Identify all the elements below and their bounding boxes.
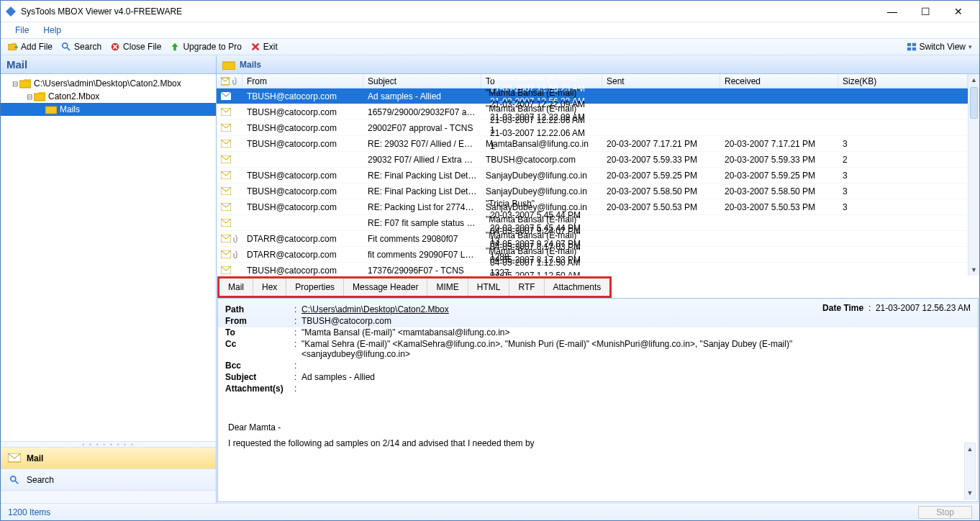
tab-attachments[interactable]: Attachments xyxy=(545,278,610,296)
tree-child1-label: Caton2.Mbox xyxy=(48,91,99,101)
detail-scrollbar[interactable]: ▲ ▼ xyxy=(964,443,976,499)
cell-subject: RE: Packing List for 27748 S0... xyxy=(363,201,481,214)
close-window-button[interactable]: ✕ xyxy=(942,1,975,22)
bcc-label: Bcc xyxy=(225,361,294,371)
chevron-down-icon: ▾ xyxy=(968,43,972,50)
row-icon xyxy=(217,187,242,195)
row-icon xyxy=(217,108,242,116)
table-row[interactable]: TBUSH@catocorp.comRE: Final Packing List… xyxy=(217,168,968,184)
row-icon xyxy=(217,124,242,132)
cell-received: 20-03-2007 5.59.33 PM xyxy=(720,153,838,166)
svg-line-15 xyxy=(15,480,18,483)
col-sent[interactable]: Sent xyxy=(602,74,720,88)
detail-pane: Path:C:\Users\admin\Desktop\Caton2.Mbox … xyxy=(217,298,979,502)
add-file-label: Add File xyxy=(21,42,53,52)
search-icon xyxy=(8,475,21,485)
tab-mail[interactable]: Mail xyxy=(219,278,253,296)
col-from[interactable]: From xyxy=(242,74,363,88)
tab-message-header[interactable]: Message Header xyxy=(344,278,427,296)
paperclip-icon xyxy=(232,77,237,86)
cell-from: TBUSH@catocorp.com xyxy=(242,122,363,135)
nav-search[interactable]: Search xyxy=(1,468,216,490)
stop-button[interactable]: Stop xyxy=(918,506,972,519)
table-row[interactable]: TBUSH@catocorp.com17376/29096F07 - TCNS"… xyxy=(217,263,968,276)
switch-view-icon xyxy=(907,42,917,52)
tree-child2-selected[interactable]: Mails xyxy=(1,103,216,116)
menu-help[interactable]: Help xyxy=(36,24,68,37)
tree-root[interactable]: ⊟ C:\Users\admin\Desktop\Caton2.Mbox xyxy=(1,77,216,90)
cell-from: TBUSH@catocorp.com xyxy=(242,264,363,276)
maximize-button[interactable]: ☐ xyxy=(909,1,942,22)
close-file-button[interactable]: Close File xyxy=(106,40,165,53)
cell-sent: 04-05-2007 1.12.50 AM xyxy=(486,256,602,269)
add-file-button[interactable]: + Add File xyxy=(4,40,57,53)
collapse-icon[interactable]: ⊟ xyxy=(11,80,19,88)
cell-size: 2 xyxy=(838,153,968,166)
tab-properties[interactable]: Properties xyxy=(286,278,344,296)
cell-size: 3 xyxy=(838,201,968,214)
row-icon xyxy=(217,203,242,211)
scroll-down-icon[interactable]: ▼ xyxy=(968,264,979,276)
row-icon xyxy=(217,266,242,274)
switch-view-label: Switch View xyxy=(920,42,966,52)
bcc-value xyxy=(301,361,822,371)
cell-from: TBUSH@catocorp.com xyxy=(242,90,363,103)
tree-root-label: C:\Users\admin\Desktop\Caton2.Mbox xyxy=(34,78,181,89)
nav-mail[interactable]: Mail xyxy=(1,447,216,468)
from-label: From xyxy=(225,316,294,326)
menu-file[interactable]: File xyxy=(8,24,36,37)
datetime-value: 21-03-2007 12.56.23 AM xyxy=(876,303,971,313)
scroll-up-icon[interactable]: ▲ xyxy=(968,74,979,86)
col-received[interactable]: Received xyxy=(720,74,838,88)
switch-view-button[interactable]: Switch View ▾ xyxy=(902,40,976,53)
nav-mail-label: Mail xyxy=(27,453,43,463)
cell-from xyxy=(242,222,363,225)
tab-mime[interactable]: MIME xyxy=(427,278,468,296)
envelope-icon xyxy=(221,77,230,86)
detail-tabs: Mail Hex Properties Message Header MIME … xyxy=(217,276,612,298)
splitter-gripper[interactable]: • • • • • • • • xyxy=(1,441,216,447)
svg-point-14 xyxy=(11,476,16,481)
to-value: "Mamta Bansal (E-mail)" <mamtabansal@lif… xyxy=(301,327,822,337)
row-icon xyxy=(217,92,242,100)
tab-hex[interactable]: Hex xyxy=(253,278,286,296)
cell-from: TBUSH@catocorp.com xyxy=(242,185,363,198)
col-icon[interactable] xyxy=(217,74,242,88)
minimize-button[interactable]: — xyxy=(876,1,909,22)
cell-from: TBUSH@catocorp.com xyxy=(242,106,363,119)
grid-body: TBUSH@catocorp.comAd samples - Allied"Ma… xyxy=(217,89,968,276)
row-icon xyxy=(217,155,242,163)
right-pane: Mails From Subject To Sent Received Size… xyxy=(217,55,979,503)
table-row[interactable]: 29032 F07/ Allied / Extra butt...TBUSH@c… xyxy=(217,152,968,168)
tab-html[interactable]: HTML xyxy=(468,278,510,296)
attachments-label: Attachment(s) xyxy=(225,384,294,394)
table-row[interactable]: TBUSH@catocorp.com29002F07 approval - TC… xyxy=(217,120,968,136)
search-button[interactable]: Search xyxy=(57,40,106,53)
body-line-1: Dear Mamta - xyxy=(228,422,968,432)
exit-button[interactable]: Exit xyxy=(246,40,282,53)
cell-to: MamtaBansal@lifung.co.in xyxy=(481,137,602,150)
scroll-thumb[interactable] xyxy=(970,87,978,119)
close-file-icon xyxy=(110,42,120,52)
folder-tree[interactable]: ⊟ C:\Users\admin\Desktop\Caton2.Mbox ⊟ C… xyxy=(1,74,216,441)
upgrade-button[interactable]: Upgrade to Pro xyxy=(165,40,245,53)
scroll-down-icon[interactable]: ▼ xyxy=(965,487,975,499)
col-size[interactable]: Size(KB) xyxy=(838,74,968,88)
svg-rect-11 xyxy=(34,94,45,101)
path-value[interactable]: C:\Users\admin\Desktop\Caton2.Mbox xyxy=(301,304,822,314)
tree-child1[interactable]: ⊟ Caton2.Mbox xyxy=(1,90,216,103)
scroll-up-icon[interactable]: ▲ xyxy=(965,443,975,455)
table-row[interactable]: TBUSH@catocorp.comRE: 29032 F07/ Allied … xyxy=(217,136,968,152)
cell-size: 3 xyxy=(838,169,968,182)
toolbar: + Add File Search Close File Upgrade to … xyxy=(1,38,979,55)
collapse-icon[interactable]: ⊟ xyxy=(25,93,34,101)
svg-rect-10 xyxy=(19,81,31,88)
body-line-2: I requested the following ad samples on … xyxy=(228,438,968,448)
grid-scrollbar[interactable]: ▲ ▼ xyxy=(968,74,979,276)
cell-received: 04-05-2007 1.12.50 AM xyxy=(486,269,602,276)
cell-from: TBUSH@catocorp.com xyxy=(242,137,363,150)
cell-subject: Ad samples - Allied xyxy=(363,90,481,103)
tab-rtf[interactable]: RTF xyxy=(509,278,544,296)
left-header: Mail xyxy=(1,55,216,74)
col-subject[interactable]: Subject xyxy=(363,74,481,88)
